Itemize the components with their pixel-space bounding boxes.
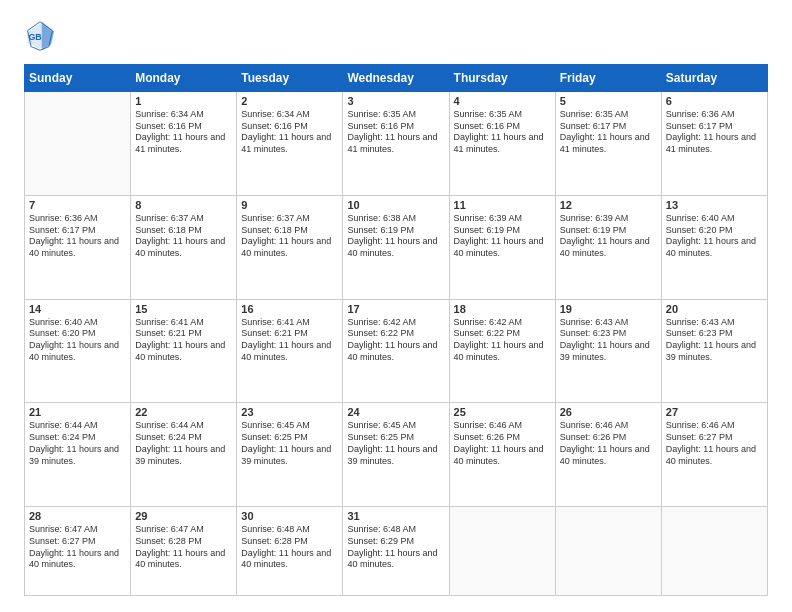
table-row: 10 Sunrise: 6:38 AM Sunset: 6:19 PM Dayl… [343,195,449,299]
day-number: 12 [560,199,657,211]
day-number: 30 [241,510,338,522]
sunrise: Sunrise: 6:47 AM [29,524,98,534]
sunrise: Sunrise: 6:35 AM [347,109,416,119]
table-row: 18 Sunrise: 6:42 AM Sunset: 6:22 PM Dayl… [449,299,555,403]
table-row: 15 Sunrise: 6:41 AM Sunset: 6:21 PM Dayl… [131,299,237,403]
table-row: 24 Sunrise: 6:45 AM Sunset: 6:25 PM Dayl… [343,403,449,507]
day-number: 20 [666,303,763,315]
sunset: Sunset: 6:25 PM [241,432,308,442]
daylight: Daylight: 11 hours and 39 minutes. [666,340,756,362]
daylight: Daylight: 11 hours and 39 minutes. [347,444,437,466]
sunrise: Sunrise: 6:43 AM [560,317,629,327]
cell-info: Sunrise: 6:36 AM Sunset: 6:17 PM Dayligh… [666,109,763,156]
sunset: Sunset: 6:17 PM [29,225,96,235]
cell-info: Sunrise: 6:45 AM Sunset: 6:25 PM Dayligh… [347,420,444,467]
daylight: Daylight: 11 hours and 40 minutes. [560,236,650,258]
sunset: Sunset: 6:28 PM [241,536,308,546]
cell-info: Sunrise: 6:44 AM Sunset: 6:24 PM Dayligh… [135,420,232,467]
day-number: 13 [666,199,763,211]
cell-info: Sunrise: 6:34 AM Sunset: 6:16 PM Dayligh… [241,109,338,156]
cell-info: Sunrise: 6:46 AM Sunset: 6:27 PM Dayligh… [666,420,763,467]
sunset: Sunset: 6:19 PM [454,225,521,235]
sunrise: Sunrise: 6:40 AM [666,213,735,223]
sunrise: Sunrise: 6:34 AM [135,109,204,119]
sunset: Sunset: 6:22 PM [454,328,521,338]
sunset: Sunset: 6:16 PM [454,121,521,131]
cell-info: Sunrise: 6:43 AM Sunset: 6:23 PM Dayligh… [666,317,763,364]
daylight: Daylight: 11 hours and 40 minutes. [454,236,544,258]
sunset: Sunset: 6:21 PM [135,328,202,338]
sunrise: Sunrise: 6:48 AM [347,524,416,534]
logo: GB [24,20,62,52]
day-number: 9 [241,199,338,211]
daylight: Daylight: 11 hours and 41 minutes. [560,132,650,154]
day-number: 16 [241,303,338,315]
col-sunday: Sunday [25,65,131,92]
sunrise: Sunrise: 6:40 AM [29,317,98,327]
sunset: Sunset: 6:16 PM [241,121,308,131]
cell-info: Sunrise: 6:35 AM Sunset: 6:16 PM Dayligh… [347,109,444,156]
sunrise: Sunrise: 6:36 AM [29,213,98,223]
table-row: 20 Sunrise: 6:43 AM Sunset: 6:23 PM Dayl… [661,299,767,403]
daylight: Daylight: 11 hours and 40 minutes. [454,340,544,362]
col-wednesday: Wednesday [343,65,449,92]
sunrise: Sunrise: 6:46 AM [666,420,735,430]
table-row: 4 Sunrise: 6:35 AM Sunset: 6:16 PM Dayli… [449,92,555,196]
sunset: Sunset: 6:29 PM [347,536,414,546]
table-row: 19 Sunrise: 6:43 AM Sunset: 6:23 PM Dayl… [555,299,661,403]
daylight: Daylight: 11 hours and 39 minutes. [560,340,650,362]
daylight: Daylight: 11 hours and 39 minutes. [135,444,225,466]
sunrise: Sunrise: 6:44 AM [135,420,204,430]
cell-info: Sunrise: 6:39 AM Sunset: 6:19 PM Dayligh… [454,213,551,260]
sunrise: Sunrise: 6:35 AM [454,109,523,119]
sunrise: Sunrise: 6:39 AM [560,213,629,223]
table-row: 14 Sunrise: 6:40 AM Sunset: 6:20 PM Dayl… [25,299,131,403]
cell-info: Sunrise: 6:35 AM Sunset: 6:16 PM Dayligh… [454,109,551,156]
daylight: Daylight: 11 hours and 40 minutes. [135,236,225,258]
day-number: 6 [666,95,763,107]
day-number: 14 [29,303,126,315]
sunset: Sunset: 6:27 PM [29,536,96,546]
table-row [555,507,661,596]
sunrise: Sunrise: 6:48 AM [241,524,310,534]
cell-info: Sunrise: 6:47 AM Sunset: 6:28 PM Dayligh… [135,524,232,571]
col-saturday: Saturday [661,65,767,92]
sunset: Sunset: 6:16 PM [135,121,202,131]
cell-info: Sunrise: 6:46 AM Sunset: 6:26 PM Dayligh… [454,420,551,467]
daylight: Daylight: 11 hours and 40 minutes. [666,444,756,466]
sunset: Sunset: 6:21 PM [241,328,308,338]
day-number: 26 [560,406,657,418]
sunrise: Sunrise: 6:46 AM [454,420,523,430]
day-number: 22 [135,406,232,418]
sunrise: Sunrise: 6:47 AM [135,524,204,534]
day-number: 8 [135,199,232,211]
cell-info: Sunrise: 6:47 AM Sunset: 6:27 PM Dayligh… [29,524,126,571]
day-number: 31 [347,510,444,522]
sunset: Sunset: 6:25 PM [347,432,414,442]
cell-info: Sunrise: 6:43 AM Sunset: 6:23 PM Dayligh… [560,317,657,364]
day-number: 4 [454,95,551,107]
sunrise: Sunrise: 6:45 AM [241,420,310,430]
col-monday: Monday [131,65,237,92]
table-row: 17 Sunrise: 6:42 AM Sunset: 6:22 PM Dayl… [343,299,449,403]
table-row: 21 Sunrise: 6:44 AM Sunset: 6:24 PM Dayl… [25,403,131,507]
daylight: Daylight: 11 hours and 40 minutes. [29,236,119,258]
day-number: 21 [29,406,126,418]
cell-info: Sunrise: 6:45 AM Sunset: 6:25 PM Dayligh… [241,420,338,467]
cell-info: Sunrise: 6:42 AM Sunset: 6:22 PM Dayligh… [454,317,551,364]
table-row: 5 Sunrise: 6:35 AM Sunset: 6:17 PM Dayli… [555,92,661,196]
cell-info: Sunrise: 6:38 AM Sunset: 6:19 PM Dayligh… [347,213,444,260]
daylight: Daylight: 11 hours and 40 minutes. [454,444,544,466]
cell-info: Sunrise: 6:37 AM Sunset: 6:18 PM Dayligh… [241,213,338,260]
sunset: Sunset: 6:17 PM [666,121,733,131]
day-number: 7 [29,199,126,211]
sunrise: Sunrise: 6:35 AM [560,109,629,119]
daylight: Daylight: 11 hours and 40 minutes. [29,548,119,570]
cell-info: Sunrise: 6:36 AM Sunset: 6:17 PM Dayligh… [29,213,126,260]
sunrise: Sunrise: 6:37 AM [241,213,310,223]
day-number: 28 [29,510,126,522]
day-number: 23 [241,406,338,418]
table-row: 1 Sunrise: 6:34 AM Sunset: 6:16 PM Dayli… [131,92,237,196]
cell-info: Sunrise: 6:44 AM Sunset: 6:24 PM Dayligh… [29,420,126,467]
day-number: 11 [454,199,551,211]
